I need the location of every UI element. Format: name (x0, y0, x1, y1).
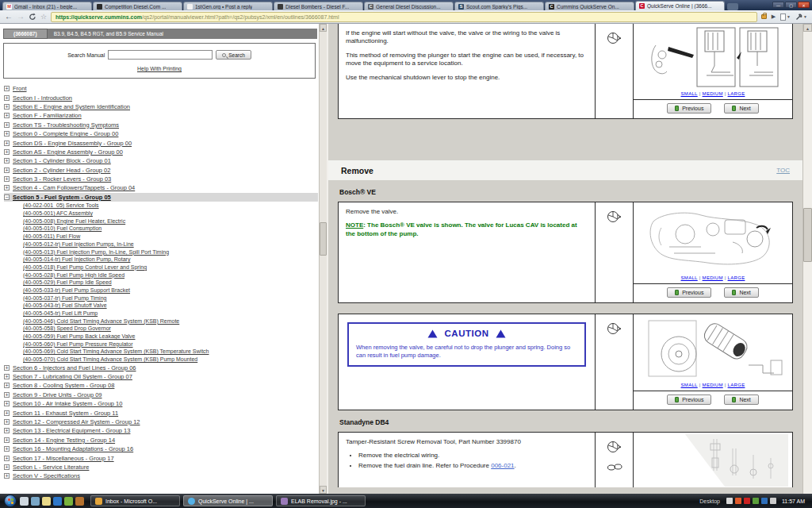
maximize-button[interactable]: ▢ (785, 2, 797, 8)
window-switcher-icon[interactable] (31, 497, 40, 506)
tree-procedure-link[interactable]: (40-005-029) Fuel Pump Idle Speed (23, 279, 112, 285)
tree-section-link[interactable]: Section 3 - Rocker Levers - Group 03 (13, 175, 111, 183)
tree-procedure-row[interactable]: (40-005-045-tr) Fuel Lift Pump (4, 310, 319, 318)
tree-procedure-link[interactable]: (40-005-043-tr) Fuel Shutoff Valve (23, 302, 107, 308)
tree-procedure-link[interactable]: (40-005-060) Fuel Pump Pressure Regulato… (23, 341, 133, 347)
tree-section-link[interactable]: Section L - Service Literature (13, 464, 89, 471)
previous-button[interactable]: Previous (667, 394, 711, 405)
tray-volume-icon[interactable] (770, 498, 776, 504)
tree-procedure-row[interactable]: (40-005-018) Fuel Pump Control Lever and… (4, 264, 319, 271)
internet-explorer-icon[interactable] (53, 497, 62, 506)
expand-icon[interactable]: + (4, 401, 10, 406)
scroll-up-icon[interactable]: ▲ (803, 24, 812, 32)
firefox-icon[interactable] (75, 497, 84, 506)
tree-procedure-link[interactable]: (40-005-045-tr) Fuel Lift Pump (23, 310, 98, 316)
browser-tab[interactable]: CCummins QuickServe On... (545, 2, 634, 10)
next-button[interactable]: Next (724, 394, 758, 405)
expand-icon[interactable]: + (4, 149, 10, 155)
tree-procedure-link[interactable]: (40-005-069) Cold Start Timing Advance S… (23, 348, 209, 354)
tree-section-row[interactable]: +Section L - Service Literature (4, 463, 319, 471)
tree-procedure-link[interactable]: (40-005-011) Fuel Flow (23, 233, 80, 239)
expand-icon[interactable]: + (4, 113, 10, 118)
tree-procedure-link[interactable]: (40-022-001_05) Service Tools (23, 202, 99, 208)
tree-section-row[interactable]: +Section 11 - Exhaust System - Group 11 (4, 408, 319, 417)
tree-section-link[interactable]: Section 1 - Cylinder Block - Group 01 (13, 157, 111, 164)
tree-section-link[interactable]: Section 7 - Lubricating Oil System - Gro… (13, 373, 132, 380)
expand-icon[interactable]: + (4, 473, 10, 479)
expand-icon[interactable]: + (4, 104, 10, 110)
size-large-link[interactable]: LARGE (728, 275, 745, 280)
tree-section-link[interactable]: Section 6 - Injectors and Fuel Lines - G… (13, 364, 136, 371)
tree-section-row[interactable]: +Section TS - Troubleshooting Symptoms (4, 121, 319, 129)
sidebar-scroll-thumb[interactable] (320, 222, 327, 256)
tree-procedure-row[interactable]: (40-005-008) Engine Fuel Heater, Electri… (4, 217, 319, 225)
tree-section-link[interactable]: Front (13, 85, 27, 92)
scroll-up-icon[interactable]: ▲ (320, 24, 327, 32)
expand-icon[interactable]: + (4, 176, 10, 182)
tree-section-row[interactable]: −Section 5 - Fuel System - Group 05 (4, 193, 318, 202)
tree-procedure-row[interactable]: (40-005-060) Fuel Pump Pressure Regulato… (4, 340, 319, 348)
tree-procedure-link[interactable]: (40-005-013) Fuel Injection Pump, In-Lin… (23, 249, 169, 255)
tree-procedure-link[interactable]: (40-005-014-tr) Fuel Injection Pump, Rot… (23, 256, 130, 262)
tree-section-link[interactable]: Section 17 - Miscellaneous - Group 17 (13, 455, 114, 462)
url-field[interactable]: https://quickserve.cummins.com/qs2/porta… (51, 12, 757, 22)
browser-tab[interactable]: Diesel Bombers - Diesel F... (274, 2, 363, 10)
tree-section-link[interactable]: Section 8 - Cooling System - Group 08 (13, 382, 114, 389)
size-small-link[interactable]: SMALL (681, 383, 698, 387)
browser-tab[interactable]: CQuickServe Online | (3666... (635, 1, 725, 10)
minimize-button[interactable]: — (772, 2, 784, 8)
tree-section-row[interactable]: +Section AS - Engine Assembly - Group 00 (4, 148, 319, 156)
tree-procedure-link[interactable]: (40-005-058) Speed Drop Governor (23, 325, 111, 331)
tree-section-row[interactable]: +Section 8 - Cooling System - Group 08 (4, 381, 319, 390)
tree-section-link[interactable]: Section 2 - Cylinder Head - Group 02 (13, 167, 110, 174)
tree-procedure-link[interactable]: (40-005-008) Engine Fuel Heater, Electri… (23, 218, 125, 224)
browser-tab[interactable]: Competition Diesel.Com ... (93, 2, 182, 10)
expand-icon[interactable]: + (4, 383, 10, 388)
tray-network-icon[interactable] (761, 498, 768, 504)
expand-icon[interactable]: + (4, 86, 10, 91)
tree-section-row[interactable]: +Section 12 - Compressed Air System - Gr… (4, 418, 319, 426)
tree-procedure-row[interactable]: (40-005-037-tr) Fuel Pump Timing (4, 294, 319, 302)
tree-section-link[interactable]: Section AS - Engine Assembly - Group 00 (13, 148, 123, 156)
tree-section-row[interactable]: +Section 2 - Cylinder Head - Group 02 (4, 166, 319, 175)
tree-procedure-row[interactable]: (40-005-028) Fuel Pump High Idle Speed (4, 271, 319, 279)
taskbar-button[interactable]: Inbox - Microsoft O... (90, 495, 180, 506)
browser-tab[interactable]: MGmail - Inbox (21) - begle... (2, 2, 92, 10)
expand-icon[interactable]: + (4, 464, 10, 470)
tree-section-row[interactable]: +Section E - Engine and System Identific… (4, 102, 319, 111)
tree-procedure-row[interactable]: (40-005-058) Speed Drop Governor (4, 325, 319, 333)
taskbar-button[interactable]: ELAB Removal.jpg - ... (276, 495, 366, 506)
tree-section-row[interactable]: +Section 13 - Electrical Equipment - Gro… (4, 426, 319, 435)
desktop-toolbar-label[interactable]: Desktop (699, 498, 720, 504)
tree-procedure-link[interactable]: (40-005-037-tr) Fuel Pump Timing (23, 295, 106, 301)
expand-icon[interactable]: + (4, 374, 10, 379)
tree-section-link[interactable]: Section 0 - Complete Engine - Group 00 (13, 130, 118, 137)
tray-app-1-icon[interactable] (726, 498, 733, 504)
tree-procedure-link[interactable]: (40-005-012-tr) Fuel Injection Pumps, In… (23, 241, 134, 247)
expand-icon[interactable]: + (4, 158, 10, 164)
back-icon[interactable]: ← (5, 13, 13, 21)
expand-icon[interactable]: + (4, 419, 10, 425)
search-button[interactable]: Search (216, 50, 251, 60)
tree-procedure-row[interactable]: (40-005-010) Fuel Consumption (4, 225, 319, 233)
reload-icon[interactable] (29, 13, 36, 21)
tree-procedure-row[interactable]: (40-005-029) Fuel Pump Idle Speed (4, 279, 319, 287)
content-scroll-thumb[interactable] (803, 208, 812, 262)
tree-section-link[interactable]: Section 13 - Electrical Equipment - Grou… (13, 427, 130, 434)
tree-procedure-link[interactable]: (40-005-018) Fuel Pump Control Lever and… (23, 264, 147, 270)
expand-icon[interactable]: + (4, 392, 10, 398)
expand-icon[interactable]: + (4, 410, 10, 416)
size-small-link[interactable]: SMALL (681, 91, 698, 96)
explorer-icon[interactable] (42, 497, 51, 506)
expand-icon[interactable]: + (4, 446, 10, 452)
expand-icon[interactable]: + (4, 365, 10, 371)
size-small-link[interactable]: SMALL (681, 275, 698, 280)
previous-button[interactable]: Previous (667, 103, 711, 114)
tree-procedure-link[interactable]: (40-005-033-tr) Fuel Pump Support Bracke… (23, 287, 130, 293)
tree-section-link[interactable]: Section V - Specifications (13, 472, 80, 479)
new-tab-button[interactable] (727, 3, 738, 10)
tree-section-link[interactable]: Section E - Engine and System Identifica… (13, 103, 130, 110)
tree-section-link[interactable]: Section 12 - Compressed Air System - Gro… (13, 418, 140, 425)
tree-procedure-row[interactable]: (40-005-043-tr) Fuel Shutoff Valve (4, 302, 319, 310)
tree-section-row[interactable]: +Section V - Specifications (4, 471, 319, 480)
